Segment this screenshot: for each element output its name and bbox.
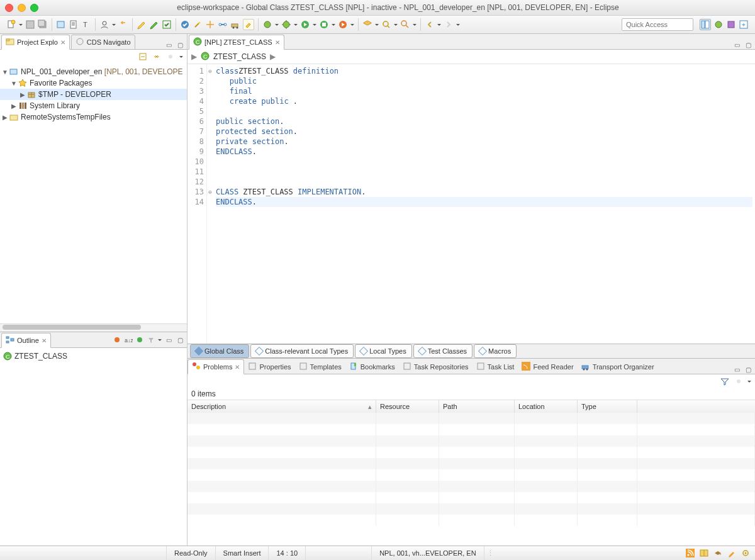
- bottom-tab-transport[interactable]: Transport Organizer: [578, 360, 658, 374]
- horizontal-scrollbar[interactable]: [0, 323, 187, 332]
- save-all-button[interactable]: [38, 20, 48, 30]
- column-header[interactable]: Resource: [376, 400, 439, 413]
- transport-button[interactable]: [230, 20, 240, 30]
- open-type-button[interactable]: [362, 20, 372, 30]
- editor-subtab[interactable]: Local Types: [355, 344, 412, 358]
- close-icon[interactable]: ✕: [275, 39, 280, 46]
- undo-button[interactable]: [118, 20, 128, 30]
- save-button[interactable]: [25, 20, 35, 30]
- svg-rect-28: [728, 21, 734, 28]
- new-button[interactable]: [6, 20, 16, 30]
- outline-focus-icon[interactable]: [113, 335, 121, 344]
- problems-table[interactable]: Description▴ResourcePathLocationType: [187, 400, 755, 546]
- quick-access-input[interactable]: [622, 18, 693, 31]
- hat-status-icon[interactable]: [713, 549, 722, 557]
- column-header[interactable]: Type: [578, 400, 637, 413]
- maximize-editor-icon[interactable]: ▢: [744, 40, 752, 49]
- collapse-all-icon[interactable]: [138, 52, 148, 62]
- external-button[interactable]: [338, 20, 348, 30]
- link-button[interactable]: [218, 20, 228, 30]
- outline-sort-icon[interactable]: a↓z: [124, 335, 133, 344]
- maximize-view-icon[interactable]: ▢: [176, 335, 184, 344]
- problems-group-icon[interactable]: [734, 376, 744, 386]
- user-button[interactable]: [99, 20, 109, 30]
- breadcrumb-label: ZTEST_CLASS: [213, 52, 266, 61]
- maximize-view-icon[interactable]: ▢: [176, 40, 184, 49]
- editor-subtab[interactable]: Class-relevant Local Types: [250, 344, 354, 358]
- debug-button[interactable]: [262, 20, 272, 30]
- minimize-editor-icon[interactable]: ▭: [732, 40, 741, 49]
- bottom-tab-problems[interactable]: Problems✕: [187, 359, 244, 374]
- bottom-tab-bookmarks[interactable]: Bookmarks: [345, 360, 399, 374]
- open-task-button[interactable]: [400, 20, 410, 30]
- filter-icon[interactable]: [165, 52, 176, 62]
- project-tree[interactable]: ▼ NPL_001_developer_en [NPL, 001, DEVELO…: [0, 64, 187, 323]
- tab-project-explorer[interactable]: Project Explo ✕: [1, 35, 70, 50]
- activate-button[interactable]: [149, 20, 159, 30]
- close-icon[interactable]: ✕: [60, 39, 65, 46]
- abap-open-button[interactable]: [56, 20, 66, 30]
- edit-button[interactable]: [137, 20, 147, 30]
- back-button[interactable]: [425, 20, 435, 30]
- outline-tree[interactable]: C ZTEST_CLASS: [0, 348, 187, 546]
- abap-doc-button[interactable]: [69, 20, 79, 30]
- perspective-java-button[interactable]: [726, 20, 736, 30]
- abap-text-button[interactable]: T: [81, 20, 91, 30]
- minimize-view-icon[interactable]: ▭: [164, 40, 173, 49]
- tab-cds-navigator[interactable]: CDS Navigato: [71, 35, 135, 50]
- minimize-view-icon[interactable]: ▭: [164, 335, 173, 344]
- bottom-tab-templates[interactable]: Templates: [295, 360, 345, 374]
- feed-status-icon[interactable]: [686, 549, 695, 557]
- coverage-button[interactable]: [319, 20, 329, 30]
- status-connection: NPL, 001, vh...EVELOPER, EN: [372, 546, 484, 560]
- editor-subtab[interactable]: Test Classes: [413, 344, 473, 358]
- bottom-tab-taskrepo[interactable]: Task Repositories: [399, 360, 473, 374]
- open-perspective-button[interactable]: +: [739, 20, 749, 30]
- outline-filter-icon[interactable]: [147, 335, 155, 344]
- activate-all-button[interactable]: [162, 20, 172, 30]
- minimize-view-icon[interactable]: ▭: [732, 365, 741, 374]
- where-used-button[interactable]: [205, 20, 215, 30]
- check-button[interactable]: [180, 20, 190, 30]
- outline-menu-icon[interactable]: [158, 335, 162, 345]
- book-status-icon[interactable]: [700, 549, 708, 557]
- gear-status-icon[interactable]: [741, 549, 750, 557]
- tree-project-label: NPL_001_developer_en: [21, 67, 102, 76]
- bottom-tab-properties[interactable]: Properties: [244, 360, 294, 374]
- editor-body[interactable]: 1234567891011121314 ⊖⊖ classZTEST_CLASS …: [187, 64, 755, 344]
- close-icon[interactable]: ✕: [42, 337, 47, 344]
- column-header[interactable]: Path: [439, 400, 515, 413]
- column-header[interactable]: Location: [515, 400, 578, 413]
- maximize-window-icon[interactable]: [30, 4, 38, 12]
- maximize-view-icon[interactable]: ▢: [744, 365, 752, 374]
- search-button[interactable]: [381, 20, 391, 30]
- new-menu[interactable]: [19, 20, 23, 30]
- column-header[interactable]: Description▴: [187, 400, 376, 413]
- debug-as-button[interactable]: [281, 20, 291, 30]
- editor-breadcrumb[interactable]: ▶ C ZTEST_CLASS ▶: [187, 50, 755, 64]
- bottom-tab-feed[interactable]: Feed Reader: [518, 360, 577, 374]
- run-button[interactable]: [300, 20, 310, 30]
- svg-rect-59: [354, 363, 356, 366]
- edit-status-icon[interactable]: [727, 549, 736, 557]
- editor-subtab[interactable]: Global Class: [190, 344, 249, 358]
- tab-outline[interactable]: Outline ✕: [1, 333, 51, 348]
- editor-subtab[interactable]: Macros: [474, 344, 517, 358]
- bookmarks-icon: [349, 362, 358, 372]
- minimize-window-icon[interactable]: [18, 4, 26, 12]
- link-editor-icon[interactable]: [152, 52, 162, 62]
- close-icon[interactable]: ✕: [235, 364, 240, 371]
- view-menu-icon[interactable]: [179, 52, 183, 62]
- close-window-icon[interactable]: [5, 4, 13, 12]
- highlighter-button[interactable]: [243, 19, 254, 30]
- perspective-abap-button[interactable]: [700, 19, 711, 30]
- problems-config-icon[interactable]: [720, 376, 730, 386]
- svg-text:+: +: [742, 21, 746, 28]
- editor-tab[interactable]: C [NPL] ZTEST_CLASS ✕: [189, 35, 284, 50]
- outline-hide-icon[interactable]: [135, 335, 144, 344]
- forward-button[interactable]: [444, 20, 454, 30]
- bottom-tab-tasklist[interactable]: Task List: [473, 360, 518, 374]
- activate-wand-button[interactable]: [193, 20, 203, 30]
- perspective-debug-button[interactable]: [713, 20, 724, 30]
- problems-menu-icon[interactable]: [747, 376, 751, 386]
